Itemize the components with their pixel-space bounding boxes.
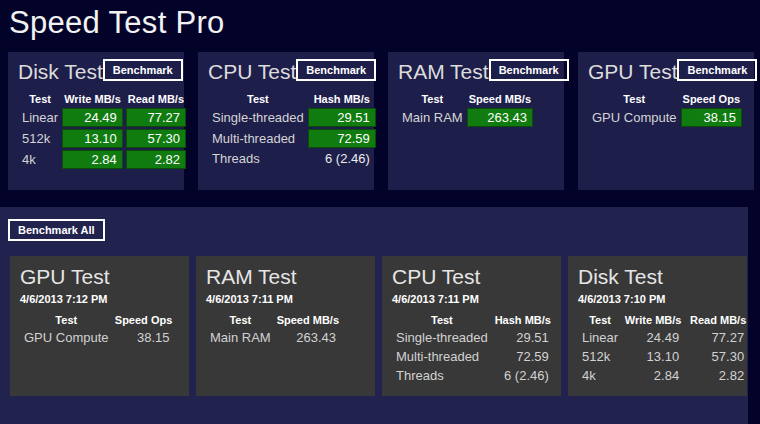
table-row: Multi-threaded72.59 <box>395 348 554 365</box>
column-header: Test <box>401 92 464 106</box>
column-header: Test <box>591 92 678 106</box>
value-cell: 2.84 <box>62 150 123 169</box>
table-header-row: TestSpeed MB/s <box>401 92 533 106</box>
history-card[interactable]: Disk Test 4/6/2013 7:10 PM TestWrite MB/… <box>568 256 747 396</box>
value-cell: 77.27 <box>687 329 749 346</box>
row-label: Single-threaded <box>211 108 305 127</box>
row-label: Main RAM <box>209 329 272 346</box>
result-value-box: 77.27 <box>126 108 186 127</box>
results-table: TestSpeed MB/s Main RAM263.43 <box>398 90 536 129</box>
table-row: Threads6 (2.46) <box>211 150 376 167</box>
value-cell: 29.51 <box>308 108 376 127</box>
card-timestamp: 4/6/2013 7:11 PM <box>206 293 367 305</box>
history-card[interactable]: GPU Test 4/6/2013 7:12 PM TestSpeed Ops … <box>10 256 189 396</box>
value-cell: 263.43 <box>275 329 341 346</box>
table-row: GPU Compute38.15 <box>591 108 742 127</box>
table-header-row: TestWrite MB/sRead MB/s <box>21 92 186 106</box>
results-table: TestWrite MB/sRead MB/s Linear24.4977.27… <box>18 90 189 171</box>
value-cell: 38.15 <box>681 108 742 127</box>
row-label: Threads <box>395 367 489 384</box>
benchmark-button[interactable]: Benchmark <box>296 59 376 81</box>
table-row: Multi-threaded72.59 <box>211 129 376 148</box>
benchmark-button[interactable]: Benchmark <box>103 59 183 81</box>
column-header: Write MB/s <box>622 313 684 327</box>
column-header: Test <box>21 92 59 106</box>
benchmark-button[interactable]: Benchmark <box>677 59 757 81</box>
value-cell: 6 (2.46) <box>492 367 554 384</box>
benchmark-button[interactable]: Benchmark <box>489 59 569 81</box>
results-table: TestHash MB/s Single-threaded29.51Multi-… <box>208 90 379 169</box>
column-header: Test <box>211 92 305 106</box>
panel-title: RAM Test <box>398 59 489 85</box>
value-cell: 6 (2.46) <box>308 150 376 167</box>
card-timestamp: 4/6/2013 7:10 PM <box>578 293 739 305</box>
history-section: Benchmark All GPU Test 4/6/2013 7:12 PM … <box>0 207 748 424</box>
card-title: RAM Test <box>206 264 367 289</box>
row-label: GPU Compute <box>591 108 678 127</box>
column-header: Speed MB/s <box>275 313 341 327</box>
row-label: Main RAM <box>401 108 464 127</box>
result-value-box: 38.15 <box>681 108 742 127</box>
row-label: 4k <box>21 150 59 169</box>
benchmark-all-button[interactable]: Benchmark All <box>8 219 105 241</box>
value-cell: 13.10 <box>622 348 684 365</box>
results-table: TestSpeed Ops GPU Compute38.15 <box>20 311 178 348</box>
value-cell: 57.30 <box>126 129 186 148</box>
column-header: Hash MB/s <box>492 313 554 327</box>
result-value-box: 2.82 <box>126 150 186 169</box>
results-table: TestWrite MB/sRead MB/s Linear24.4977.27… <box>578 311 752 386</box>
card-title: CPU Test <box>392 264 553 289</box>
history-card[interactable]: CPU Test 4/6/2013 7:11 PM TestHash MB/s … <box>382 256 561 396</box>
value-cell: 2.82 <box>126 150 186 169</box>
result-value-box: 2.84 <box>62 150 123 169</box>
column-header: Speed MB/s <box>467 92 533 106</box>
value-cell: 72.59 <box>308 129 376 148</box>
value-cell: 2.84 <box>622 367 684 384</box>
result-value-box: 72.59 <box>308 129 376 148</box>
row-label: Linear <box>581 329 619 346</box>
column-header: Read MB/s <box>687 313 749 327</box>
table-row: 512k13.1057.30 <box>581 348 749 365</box>
column-header: Speed Ops <box>113 313 175 327</box>
table-row: 4k2.842.82 <box>21 150 186 169</box>
column-header: Test <box>395 313 489 327</box>
card-title: Disk Test <box>578 264 739 289</box>
results-table: TestSpeed Ops GPU Compute38.15 <box>588 90 745 129</box>
row-label: Threads <box>211 150 305 167</box>
row-label: 512k <box>21 129 59 148</box>
history-card[interactable]: RAM Test 4/6/2013 7:11 PM TestSpeed MB/s… <box>196 256 375 396</box>
card-timestamp: 4/6/2013 7:12 PM <box>20 293 181 305</box>
table-row: Main RAM263.43 <box>209 329 341 346</box>
column-header: Test <box>209 313 272 327</box>
table-row: 512k13.1057.30 <box>21 129 186 148</box>
value-cell: 13.10 <box>62 129 123 148</box>
value-cell: 24.49 <box>62 108 123 127</box>
result-value-box: 29.51 <box>308 108 376 127</box>
table-header-row: TestSpeed Ops <box>591 92 742 106</box>
table-header-row: TestSpeed Ops <box>23 313 175 327</box>
panel-header: GPU Test Benchmark <box>588 59 748 85</box>
row-label: 4k <box>581 367 619 384</box>
value-cell: 72.59 <box>492 348 554 365</box>
value-cell: 77.27 <box>126 108 186 127</box>
column-header: Test <box>23 313 110 327</box>
panel-header: Disk Test Benchmark <box>18 59 178 85</box>
page-title: Speed Test Pro <box>9 2 760 44</box>
value-cell: 29.51 <box>492 329 554 346</box>
table-row: GPU Compute38.15 <box>23 329 175 346</box>
panel-title: Disk Test <box>18 59 103 85</box>
table-row: Linear24.4977.27 <box>21 108 186 127</box>
results-table: TestSpeed MB/s Main RAM263.43 <box>206 311 344 348</box>
history-cards-row: GPU Test 4/6/2013 7:12 PM TestSpeed Ops … <box>10 256 748 396</box>
column-header: Read MB/s <box>126 92 186 106</box>
result-value-box: 24.49 <box>62 108 123 127</box>
row-label: GPU Compute <box>23 329 110 346</box>
row-label: Single-threaded <box>395 329 489 346</box>
test-panel: Disk Test Benchmark TestWrite MB/sRead M… <box>8 52 184 190</box>
result-value-box: 263.43 <box>467 108 533 127</box>
row-label: Multi-threaded <box>395 348 489 365</box>
table-row: 4k2.842.82 <box>581 367 749 384</box>
card-timestamp: 4/6/2013 7:11 PM <box>392 293 553 305</box>
panel-title: GPU Test <box>588 59 677 85</box>
value-cell: 263.43 <box>467 108 533 127</box>
